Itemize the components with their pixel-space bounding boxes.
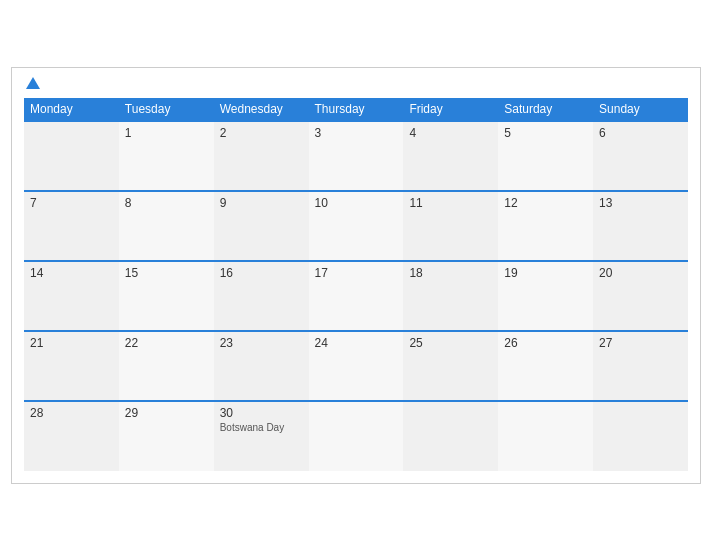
day-number: 7	[30, 196, 113, 210]
holiday-label: Botswana Day	[220, 422, 303, 433]
calendar-cell: 13	[593, 191, 688, 261]
week-row-2: 78910111213	[24, 191, 688, 261]
calendar-cell: 20	[593, 261, 688, 331]
day-number: 15	[125, 266, 208, 280]
weekday-header-row: MondayTuesdayWednesdayThursdayFridaySatu…	[24, 98, 688, 121]
day-number: 27	[599, 336, 682, 350]
weekday-header-monday: Monday	[24, 98, 119, 121]
week-row-1: 123456	[24, 121, 688, 191]
calendar-cell: 23	[214, 331, 309, 401]
calendar-cell: 3	[309, 121, 404, 191]
day-number: 1	[125, 126, 208, 140]
week-row-5: 282930Botswana Day	[24, 401, 688, 471]
calendar-cell: 6	[593, 121, 688, 191]
calendar-cell: 21	[24, 331, 119, 401]
calendar-cell: 4	[403, 121, 498, 191]
calendar-cell: 12	[498, 191, 593, 261]
calendar-cell: 30Botswana Day	[214, 401, 309, 471]
calendar-cell: 10	[309, 191, 404, 261]
calendar-cell	[498, 401, 593, 471]
week-row-3: 14151617181920	[24, 261, 688, 331]
day-number: 13	[599, 196, 682, 210]
calendar-cell	[309, 401, 404, 471]
day-number: 6	[599, 126, 682, 140]
day-number: 19	[504, 266, 587, 280]
day-number: 21	[30, 336, 113, 350]
day-number: 26	[504, 336, 587, 350]
day-number: 28	[30, 406, 113, 420]
calendar-cell	[403, 401, 498, 471]
calendar-cell: 7	[24, 191, 119, 261]
day-number: 5	[504, 126, 587, 140]
week-row-4: 21222324252627	[24, 331, 688, 401]
calendar-cell: 18	[403, 261, 498, 331]
calendar-header	[24, 78, 688, 90]
logo-triangle-icon	[26, 77, 40, 89]
calendar-cell: 11	[403, 191, 498, 261]
weekday-header-tuesday: Tuesday	[119, 98, 214, 121]
calendar-cell: 25	[403, 331, 498, 401]
day-number: 11	[409, 196, 492, 210]
day-number: 30	[220, 406, 303, 420]
calendar-cell: 22	[119, 331, 214, 401]
calendar-cell: 8	[119, 191, 214, 261]
calendar-cell: 16	[214, 261, 309, 331]
day-number: 14	[30, 266, 113, 280]
calendar-grid: MondayTuesdayWednesdayThursdayFridaySatu…	[24, 98, 688, 471]
day-number: 22	[125, 336, 208, 350]
day-number: 25	[409, 336, 492, 350]
calendar-cell	[593, 401, 688, 471]
day-number: 3	[315, 126, 398, 140]
day-number: 18	[409, 266, 492, 280]
day-number: 9	[220, 196, 303, 210]
day-number: 8	[125, 196, 208, 210]
weekday-header-saturday: Saturday	[498, 98, 593, 121]
day-number: 17	[315, 266, 398, 280]
calendar-cell: 24	[309, 331, 404, 401]
day-number: 20	[599, 266, 682, 280]
day-number: 10	[315, 196, 398, 210]
day-number: 12	[504, 196, 587, 210]
calendar-cell: 2	[214, 121, 309, 191]
weekday-header-thursday: Thursday	[309, 98, 404, 121]
logo	[24, 78, 40, 90]
calendar-cell: 28	[24, 401, 119, 471]
calendar-cell: 9	[214, 191, 309, 261]
calendar-cell: 5	[498, 121, 593, 191]
calendar-cell: 29	[119, 401, 214, 471]
weekday-header-friday: Friday	[403, 98, 498, 121]
calendar-cell: 17	[309, 261, 404, 331]
weekday-header-sunday: Sunday	[593, 98, 688, 121]
calendar-cell: 14	[24, 261, 119, 331]
day-number: 24	[315, 336, 398, 350]
day-number: 29	[125, 406, 208, 420]
day-number: 16	[220, 266, 303, 280]
calendar-cell: 26	[498, 331, 593, 401]
calendar-cell: 1	[119, 121, 214, 191]
calendar-cell: 15	[119, 261, 214, 331]
calendar-cell	[24, 121, 119, 191]
day-number: 4	[409, 126, 492, 140]
day-number: 23	[220, 336, 303, 350]
day-number: 2	[220, 126, 303, 140]
calendar-cell: 27	[593, 331, 688, 401]
calendar: MondayTuesdayWednesdayThursdayFridaySatu…	[11, 67, 701, 484]
weekday-header-wednesday: Wednesday	[214, 98, 309, 121]
calendar-cell: 19	[498, 261, 593, 331]
